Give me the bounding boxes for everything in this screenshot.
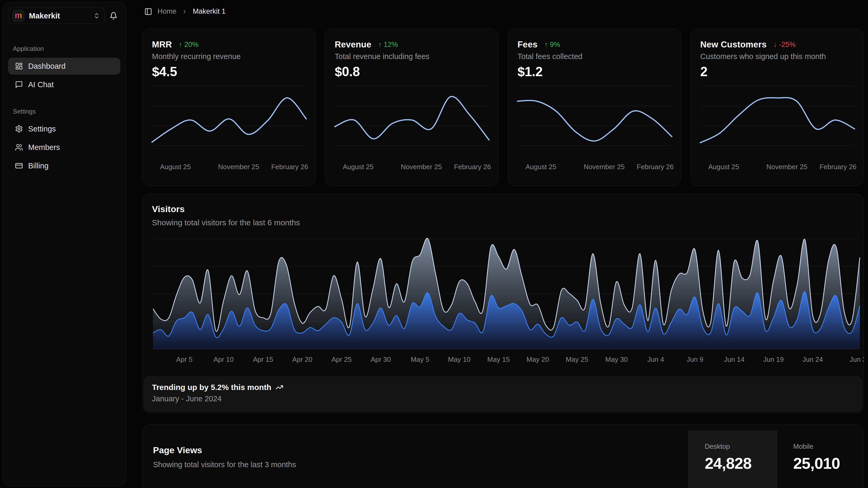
sparkline-chart: August 25November 25February 26 bbox=[508, 78, 681, 184]
axis-tick-label: August 25 bbox=[708, 163, 739, 171]
panel-left-icon bbox=[144, 8, 152, 16]
sidebar: m Makerkit Application Dashboard AI Chat… bbox=[3, 2, 126, 486]
sparkline-chart: August 25November 25February 26 bbox=[325, 78, 498, 184]
axis-tick-label: Apr 15 bbox=[253, 355, 273, 363]
stat-subtitle: Customers who signed up this month bbox=[700, 52, 854, 61]
message-square-icon bbox=[15, 81, 23, 89]
sidebar-toggle-button[interactable] bbox=[144, 8, 152, 16]
desktop-total: 24,828 bbox=[705, 454, 777, 472]
mobile-toggle[interactable]: Mobile 25,010 bbox=[777, 430, 864, 488]
visitors-footer: Trending up by 5.2% this month January -… bbox=[144, 376, 863, 412]
sidebar-item-label: Billing bbox=[28, 162, 49, 170]
axis-tick-label: May 5 bbox=[411, 355, 430, 363]
stat-card-fees: Fees ↑9% Total fees collected $1.2 Augus… bbox=[508, 29, 681, 186]
change-badge: ↑12% bbox=[378, 40, 398, 49]
axis-tick-label: February 26 bbox=[819, 163, 857, 171]
stat-subtitle: Monthly recurring revenue bbox=[152, 52, 306, 61]
arrow-down-icon: ↓ bbox=[773, 40, 777, 49]
stat-title: MRR bbox=[152, 39, 172, 50]
visitors-subtitle: Showing total visitors for the last 6 mo… bbox=[152, 218, 300, 227]
axis-tick-label: May 20 bbox=[526, 355, 549, 363]
desktop-label: Desktop bbox=[705, 442, 777, 451]
workspace-selector[interactable]: m Makerkit bbox=[8, 8, 104, 24]
axis-tick-label: Jun 4 bbox=[647, 355, 664, 363]
sidebar-item-label: AI Chat bbox=[28, 80, 54, 89]
axis-tick-label: August 25 bbox=[525, 163, 556, 171]
change-badge: ↑20% bbox=[179, 40, 198, 49]
axis-tick-label: Jun 19 bbox=[763, 355, 784, 363]
axis-tick-label: Jun 24 bbox=[802, 355, 823, 363]
stat-title: New Customers bbox=[700, 39, 767, 50]
makerkit-logo: m bbox=[13, 10, 24, 22]
makerkit-dashboard: m Makerkit Application Dashboard AI Chat… bbox=[0, 0, 868, 488]
change-badge: ↓-25% bbox=[773, 40, 796, 49]
stat-title: Fees bbox=[518, 39, 537, 50]
axis-tick-label: May 15 bbox=[487, 355, 509, 363]
axis-tick-label: Jun 14 bbox=[724, 355, 744, 363]
axis-tick-label: Jun 9 bbox=[687, 355, 704, 363]
breadcrumb-home-link[interactable]: Home bbox=[157, 7, 177, 16]
axis-tick-label: May 30 bbox=[605, 355, 627, 363]
mobile-label: Mobile bbox=[793, 442, 864, 451]
sidebar-item-label: Dashboard bbox=[28, 62, 66, 70]
workspace-name: Makerkit bbox=[29, 11, 89, 20]
stat-title: Revenue bbox=[335, 39, 371, 50]
sidebar-item-ai-chat[interactable]: AI Chat bbox=[8, 76, 120, 93]
axis-tick-label: November 25 bbox=[584, 163, 625, 171]
credit-card-icon bbox=[15, 162, 23, 170]
visitors-title: Visitors bbox=[152, 204, 185, 214]
stat-card-new-customers: New Customers ↓-25% Customers who signed… bbox=[690, 29, 864, 186]
sidebar-item-label: Settings bbox=[28, 125, 56, 133]
axis-tick-label: August 25 bbox=[343, 163, 373, 171]
stat-card-revenue: Revenue ↑12% Total revenue including fee… bbox=[325, 29, 498, 186]
stat-subtitle: Total fees collected bbox=[518, 52, 671, 61]
nav-section-settings: Settings bbox=[13, 108, 120, 115]
sidebar-item-billing[interactable]: Billing bbox=[8, 157, 120, 174]
page-views-title: Page Views bbox=[153, 445, 202, 455]
layout-dashboard-icon bbox=[15, 62, 23, 70]
sidebar-header: m Makerkit bbox=[8, 8, 120, 24]
stat-value: $0.8 bbox=[335, 64, 489, 79]
axis-tick-label: February 26 bbox=[271, 163, 308, 171]
stat-subtitle: Total revenue including fees bbox=[335, 52, 489, 61]
chevron-right-icon bbox=[182, 9, 187, 15]
stat-card-mrr: MRR ↑20% Monthly recurring revenue $4.5 … bbox=[142, 29, 315, 186]
trending-up-icon bbox=[276, 383, 283, 391]
axis-tick-label: Apr 20 bbox=[292, 355, 313, 363]
stat-value: $1.2 bbox=[518, 64, 671, 79]
notifications-button[interactable] bbox=[108, 10, 119, 22]
axis-tick-label: Apr 10 bbox=[214, 355, 234, 363]
stat-value: $4.5 bbox=[152, 64, 306, 79]
breadcrumb-current: Makerkit 1 bbox=[193, 7, 226, 16]
sidebar-item-settings[interactable]: Settings bbox=[8, 120, 120, 137]
page-views-subtitle: Showing total visitors for the last 3 mo… bbox=[153, 460, 296, 469]
main-content: Home Makerkit 1 MRR ↑20% Monthly recurri… bbox=[142, 0, 864, 488]
arrow-up-icon: ↑ bbox=[179, 40, 182, 49]
arrow-up-icon: ↑ bbox=[544, 40, 548, 49]
visitors-area-chart: Apr 5Apr 10Apr 15Apr 20Apr 25Apr 30May 5… bbox=[143, 232, 864, 369]
axis-tick-label: Apr 5 bbox=[176, 355, 192, 363]
sidebar-item-dashboard[interactable]: Dashboard bbox=[8, 58, 120, 75]
sparkline-chart: August 25November 25February 26 bbox=[691, 78, 864, 184]
change-badge: ↑9% bbox=[544, 40, 560, 49]
axis-tick-label: Jun 30 bbox=[849, 355, 864, 363]
sidebar-item-label: Members bbox=[28, 143, 60, 152]
gear-icon bbox=[15, 125, 23, 133]
sidebar-item-members[interactable]: Members bbox=[8, 139, 120, 156]
axis-tick-label: February 26 bbox=[454, 163, 491, 171]
users-icon bbox=[15, 143, 23, 151]
mobile-total: 25,010 bbox=[793, 454, 864, 472]
axis-tick-label: May 10 bbox=[448, 355, 470, 363]
trend-range: January - June 2024 bbox=[152, 395, 854, 403]
desktop-toggle[interactable]: Desktop 24,828 bbox=[688, 430, 777, 488]
axis-tick-label: November 25 bbox=[766, 163, 807, 171]
stat-value: 2 bbox=[700, 64, 854, 79]
arrow-up-icon: ↑ bbox=[378, 40, 381, 49]
visitors-card: Visitors Showing total visitors for the … bbox=[142, 194, 864, 413]
axis-tick-label: Apr 25 bbox=[332, 355, 352, 363]
axis-tick-label: November 25 bbox=[218, 163, 259, 171]
bell-icon bbox=[110, 12, 118, 20]
breadcrumb: Home Makerkit 1 bbox=[144, 7, 226, 16]
axis-tick-label: February 26 bbox=[637, 163, 674, 171]
axis-tick-label: November 25 bbox=[401, 163, 442, 171]
